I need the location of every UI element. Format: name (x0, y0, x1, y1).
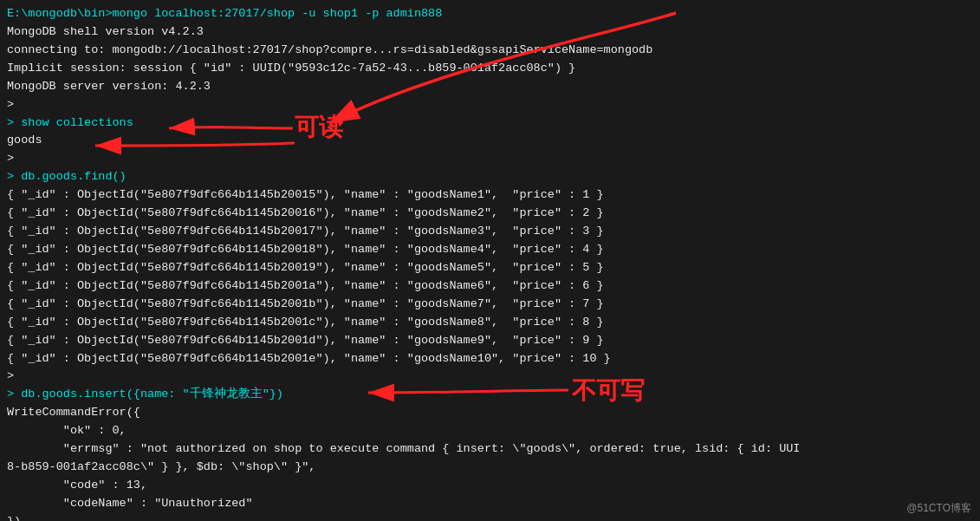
terminal-line: MongoDB server version: 4.2.3 (7, 78, 973, 96)
terminal: E:\mongodb\bin>mongo localhost:27017/sho… (0, 0, 980, 521)
terminal-line: MongoDB shell version v4.2.3 (7, 23, 973, 42)
terminal-line: { "_id" : ObjectId("5e807f9dfc664b1145b2… (7, 277, 973, 296)
terminal-line: { "_id" : ObjectId("5e807f9dfc664b1145b2… (7, 296, 973, 314)
terminal-line: 8-b859-001af2acc08c\" } }, $db: \"shop\"… (7, 459, 973, 477)
terminal-line: > db.goods.find() (7, 168, 973, 186)
terminal-line: { "_id" : ObjectId("5e807f9dfc664b1145b2… (7, 223, 973, 241)
terminal-line: { "_id" : ObjectId("5e807f9dfc664b1145b2… (7, 350, 973, 368)
bukexie-label: 不可写 (572, 374, 645, 407)
terminal-line: "ok" : 0, (7, 422, 973, 440)
terminal-line: }) (7, 513, 973, 521)
terminal-line: { "_id" : ObjectId("5e807f9dfc664b1145b2… (7, 186, 973, 205)
terminal-line: > db.goods.insert({name: "千锋神龙教主"}) (7, 386, 973, 404)
terminal-line: > show collections (7, 114, 973, 133)
terminal-line: > (7, 368, 973, 386)
terminal-line: "codeName" : "Unauthorized" (7, 495, 973, 513)
terminal-line: "code" : 13, (7, 477, 973, 495)
terminal-line: goods (7, 132, 973, 150)
terminal-line: WriteCommandError({ (7, 404, 973, 422)
terminal-line: { "_id" : ObjectId("5e807f9dfc664b1145b2… (7, 205, 973, 223)
terminal-line: { "_id" : ObjectId("5e807f9dfc664b1145b2… (7, 332, 973, 350)
terminal-line: connecting to: mongodb://localhost:27017… (7, 42, 973, 60)
terminal-line: > (7, 150, 973, 168)
terminal-line: > (7, 96, 973, 114)
terminal-line: Implicit session: session { "id" : UUID(… (7, 60, 973, 78)
terminal-line: { "_id" : ObjectId("5e807f9dfc664b1145b2… (7, 314, 973, 332)
watermark: @51CTO博客 (906, 501, 971, 516)
kedu-label: 可读 (295, 111, 343, 144)
terminal-line: E:\mongodb\bin>mongo localhost:27017/sho… (7, 5, 973, 23)
terminal-line: { "_id" : ObjectId("5e807f9dfc664b1145b2… (7, 259, 973, 277)
terminal-line: { "_id" : ObjectId("5e807f9dfc664b1145b2… (7, 241, 973, 259)
terminal-line: "errmsg" : "not authorized on shop to ex… (7, 440, 973, 459)
